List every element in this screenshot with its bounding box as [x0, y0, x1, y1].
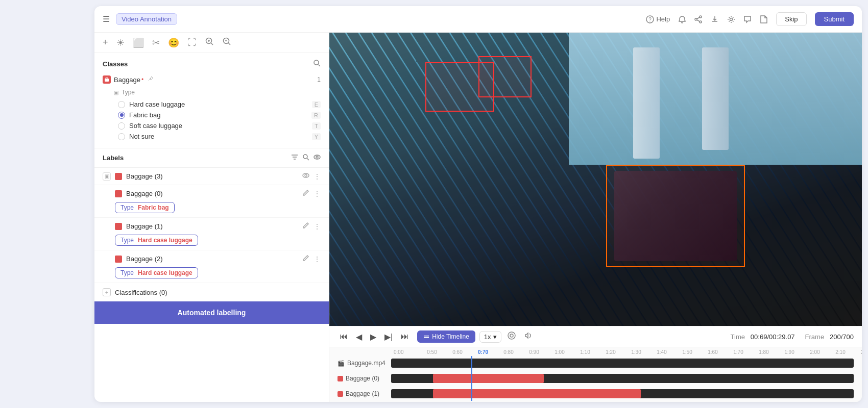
- zoom-in-icon[interactable]: [205, 37, 214, 48]
- label-more-baggage0[interactable]: ⋮: [314, 190, 321, 198]
- auto-label-button[interactable]: Automated labelling: [94, 301, 329, 324]
- svg-point-4: [695, 18, 697, 20]
- download-icon[interactable]: [711, 15, 719, 23]
- help-icon[interactable]: ? Help: [646, 15, 670, 23]
- toolbar: + ☀ ⬜ ✂ 😊 ⛶: [94, 33, 329, 53]
- speed-chevron: ▾: [493, 333, 497, 341]
- crop-icon[interactable]: ⬜: [133, 37, 144, 48]
- file-icon[interactable]: [760, 15, 768, 23]
- svg-point-20: [508, 332, 515, 339]
- radio-fabric[interactable]: [118, 112, 125, 119]
- volume-btn[interactable]: [522, 330, 534, 343]
- skip-back-btn[interactable]: ⏮: [337, 331, 350, 342]
- radio-notsure[interactable]: [118, 133, 125, 140]
- skip-button[interactable]: Skip: [776, 12, 806, 26]
- play-btn[interactable]: ▶: [368, 331, 378, 343]
- zoom-out-icon[interactable]: [222, 37, 231, 48]
- emoji-icon[interactable]: 😊: [168, 37, 179, 48]
- tick-18: 2:20: [853, 349, 862, 355]
- type-option-hard-label: Hard case luggage: [129, 100, 308, 108]
- label-more-baggage2[interactable]: ⋮: [314, 255, 321, 263]
- hamburger-icon[interactable]: ☰: [103, 14, 110, 24]
- label-baggage1-name: Baggage (1): [126, 222, 298, 230]
- type-option-hard[interactable]: Hard case luggage E: [114, 99, 321, 110]
- hide-timeline-btn[interactable]: Hide Timeline: [417, 330, 475, 343]
- label-expand-baggage3[interactable]: ▣: [103, 172, 111, 181]
- timeline-area: 0:00 0:50 0:60 0:70 0:80 0:90 1:00 1:10 …: [329, 347, 862, 402]
- class-name: Baggage: [114, 76, 140, 84]
- skip-forward-btn[interactable]: ⏭: [399, 331, 411, 342]
- tl-file-row: 🎬 Baggage.mp4: [337, 356, 854, 370]
- labels-search-icon[interactable]: [302, 154, 309, 162]
- label-baggage2-name: Baggage (2): [126, 255, 298, 263]
- frame-section: Frame 200/700: [805, 333, 854, 341]
- chat-icon[interactable]: [743, 15, 752, 23]
- timeline-needle: [471, 356, 472, 401]
- label-edit-baggage1[interactable]: [302, 222, 309, 231]
- labels-sort-icon[interactable]: [291, 154, 298, 162]
- ruler-row: 0:00 0:50 0:60 0:70 0:80 0:90 1:00 1:10 …: [337, 347, 854, 356]
- classif-icon: +: [103, 288, 111, 296]
- speed-selector[interactable]: 1x ▾: [479, 331, 501, 343]
- label-eye-baggage3[interactable]: [302, 172, 309, 181]
- label-baggage0-group: Baggage (0) ⋮ Type Fabric bag: [94, 185, 329, 218]
- classes-section: Classes Baggage • 1: [94, 53, 329, 148]
- type-expand-icon[interactable]: ▣: [114, 90, 118, 95]
- type-option-soft-key: T: [312, 122, 321, 130]
- tick-9: 1:30: [623, 349, 649, 355]
- tl-baggage0-icon: [337, 376, 343, 381]
- expand-icon[interactable]: ⛶: [187, 37, 197, 48]
- label-baggage0-row: Baggage (0) ⋮: [94, 185, 329, 202]
- settings-ctrl-btn[interactable]: [505, 330, 518, 343]
- submit-button[interactable]: Submit: [815, 12, 854, 26]
- radio-soft[interactable]: [118, 122, 125, 130]
- speed-value: 1x: [484, 333, 491, 341]
- pin-icon[interactable]: [148, 76, 154, 84]
- next-frame-btn[interactable]: ▶|: [382, 331, 395, 343]
- tl-baggage1-row: Baggage (1): [337, 387, 854, 401]
- tick-4: 0:80: [496, 349, 521, 355]
- label-tag-baggage0: Type Fabric bag: [115, 202, 175, 213]
- classes-search-icon[interactable]: [313, 59, 321, 68]
- label-edit-baggage0[interactable]: [302, 189, 309, 198]
- type-option-soft[interactable]: Soft case luggage T: [114, 120, 321, 131]
- add-icon[interactable]: +: [103, 37, 108, 48]
- share-icon[interactable]: [694, 15, 703, 23]
- tl-baggage0-row: Baggage (0): [337, 371, 854, 386]
- radio-fabric-inner: [120, 113, 124, 117]
- labels-eye-icon[interactable]: [314, 154, 321, 162]
- svg-point-14: [303, 173, 309, 177]
- prev-frame-btn[interactable]: ◀: [354, 331, 364, 343]
- svg-rect-18: [424, 336, 429, 337]
- svg-point-5: [730, 18, 733, 20]
- type-option-fabric-label: Fabric bag: [129, 111, 307, 119]
- labels-section: Labels ▣ Baggage (3: [94, 148, 329, 402]
- baggage0-track[interactable]: [391, 374, 854, 383]
- svg-text:?: ?: [649, 17, 652, 22]
- tl-baggage1-icon: [337, 391, 343, 397]
- file-track-bar[interactable]: [391, 359, 854, 368]
- classes-header: Classes: [103, 59, 321, 68]
- radio-hard[interactable]: [118, 101, 125, 108]
- type-option-notsure-label: Not sure: [129, 133, 308, 140]
- timeline-content: 🎬 Baggage.mp4 Baggage (0): [337, 356, 854, 401]
- label-baggage3-icon: [115, 173, 122, 180]
- label-more-baggage1[interactable]: ⋮: [314, 222, 321, 231]
- type-section: ▣ Type Hard case luggage E Fabric bag R: [114, 89, 321, 142]
- svg-point-11: [303, 155, 307, 159]
- baggage1-track[interactable]: [391, 389, 854, 398]
- type-option-fabric[interactable]: Fabric bag R: [114, 110, 321, 120]
- type-label: Type: [122, 89, 135, 96]
- tl-baggage0-label: Baggage (0): [337, 375, 391, 382]
- scissors-icon[interactable]: ✂: [152, 37, 160, 48]
- pillar-1: [633, 47, 660, 159]
- help-label: Help: [656, 15, 670, 23]
- brightness-icon[interactable]: ☀: [116, 37, 125, 48]
- bell-icon[interactable]: [678, 15, 686, 23]
- class-count: 1: [317, 76, 321, 83]
- type-option-notsure[interactable]: Not sure Y: [114, 131, 321, 142]
- hide-timeline-label: Hide Timeline: [432, 333, 469, 340]
- settings-icon[interactable]: [727, 15, 735, 23]
- label-edit-baggage2[interactable]: [302, 254, 309, 263]
- label-more-baggage3[interactable]: ⋮: [314, 172, 321, 181]
